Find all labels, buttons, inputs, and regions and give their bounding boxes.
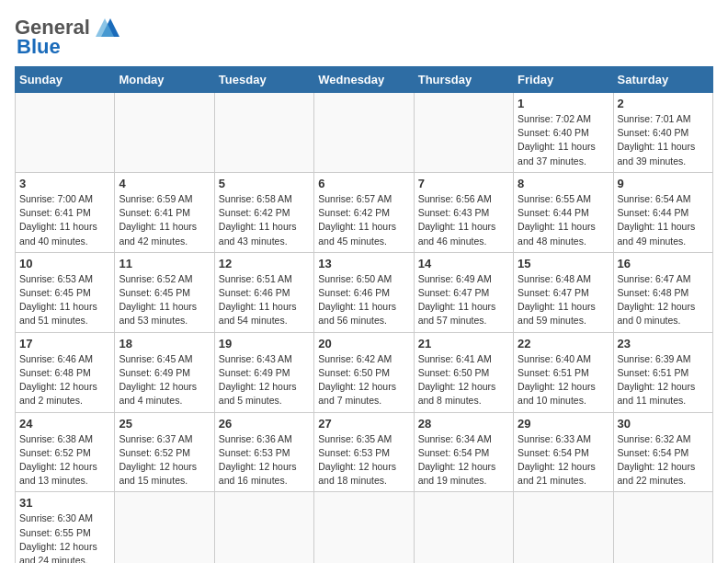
calendar-cell: 7Sunrise: 6:56 AM Sunset: 6:43 PM Daylig… — [414, 172, 513, 252]
day-number: 26 — [219, 417, 310, 431]
calendar-cell: 15Sunrise: 6:48 AM Sunset: 6:47 PM Dayli… — [514, 252, 613, 332]
day-number: 13 — [318, 257, 409, 270]
day-number: 8 — [518, 177, 609, 190]
day-number: 10 — [19, 257, 110, 270]
day-info: Sunrise: 6:35 AM Sunset: 6:53 PM Dayligh… — [318, 432, 409, 488]
calendar-cell: 27Sunrise: 6:35 AM Sunset: 6:53 PM Dayli… — [314, 412, 414, 492]
day-info: Sunrise: 6:43 AM Sunset: 6:49 PM Dayligh… — [219, 352, 310, 408]
day-number: 2 — [618, 97, 709, 110]
week-row-4: 24Sunrise: 6:38 AM Sunset: 6:52 PM Dayli… — [16, 412, 713, 492]
day-number: 1 — [518, 97, 609, 110]
day-info: Sunrise: 6:54 AM Sunset: 6:44 PM Dayligh… — [618, 192, 709, 248]
day-info: Sunrise: 6:37 AM Sunset: 6:52 PM Dayligh… — [119, 432, 210, 488]
day-info: Sunrise: 6:34 AM Sunset: 6:54 PM Dayligh… — [418, 432, 509, 488]
day-number: 5 — [219, 177, 310, 190]
day-number: 11 — [119, 257, 210, 270]
calendar-cell: 13Sunrise: 6:50 AM Sunset: 6:46 PM Dayli… — [314, 252, 414, 332]
weekday-wednesday: Wednesday — [314, 67, 414, 93]
day-info: Sunrise: 6:40 AM Sunset: 6:51 PM Dayligh… — [518, 352, 609, 408]
calendar-cell: 17Sunrise: 6:46 AM Sunset: 6:48 PM Dayli… — [16, 332, 115, 412]
day-info: Sunrise: 7:00 AM Sunset: 6:41 PM Dayligh… — [19, 192, 110, 248]
calendar-cell: 26Sunrise: 6:36 AM Sunset: 6:53 PM Dayli… — [214, 412, 313, 492]
day-number: 12 — [219, 257, 310, 270]
calendar-cell — [16, 93, 115, 173]
weekday-header-row: SundayMondayTuesdayWednesdayThursdayFrid… — [16, 67, 713, 93]
calendar-cell: 12Sunrise: 6:51 AM Sunset: 6:46 PM Dayli… — [214, 252, 313, 332]
day-number: 24 — [19, 417, 110, 431]
calendar-cell: 4Sunrise: 6:59 AM Sunset: 6:41 PM Daylig… — [115, 172, 214, 252]
calendar-cell: 11Sunrise: 6:52 AM Sunset: 6:45 PM Dayli… — [115, 252, 214, 332]
day-number: 14 — [418, 257, 509, 270]
day-number: 31 — [19, 496, 110, 510]
calendar-cell: 3Sunrise: 7:00 AM Sunset: 6:41 PM Daylig… — [16, 172, 115, 252]
day-info: Sunrise: 6:36 AM Sunset: 6:53 PM Dayligh… — [219, 432, 310, 488]
day-number: 3 — [19, 177, 110, 190]
calendar-cell: 16Sunrise: 6:47 AM Sunset: 6:48 PM Dayli… — [613, 252, 712, 332]
day-info: Sunrise: 6:52 AM Sunset: 6:45 PM Dayligh… — [119, 272, 210, 328]
calendar-cell: 29Sunrise: 6:33 AM Sunset: 6:54 PM Dayli… — [514, 412, 613, 492]
day-info: Sunrise: 6:51 AM Sunset: 6:46 PM Dayligh… — [219, 272, 310, 328]
day-number: 17 — [19, 337, 110, 350]
calendar-cell: 5Sunrise: 6:58 AM Sunset: 6:42 PM Daylig… — [214, 172, 313, 252]
day-info: Sunrise: 6:59 AM Sunset: 6:41 PM Dayligh… — [119, 192, 210, 248]
week-row-0: 1Sunrise: 7:02 AM Sunset: 6:40 PM Daylig… — [16, 93, 713, 173]
logo-icon — [92, 15, 121, 40]
week-row-1: 3Sunrise: 7:00 AM Sunset: 6:41 PM Daylig… — [16, 172, 713, 252]
day-info: Sunrise: 6:39 AM Sunset: 6:51 PM Dayligh… — [618, 352, 709, 408]
day-number: 27 — [318, 417, 409, 431]
logo-blue-text: Blue — [17, 35, 61, 59]
week-row-3: 17Sunrise: 6:46 AM Sunset: 6:48 PM Dayli… — [16, 332, 713, 412]
calendar-cell: 18Sunrise: 6:45 AM Sunset: 6:49 PM Dayli… — [115, 332, 214, 412]
day-info: Sunrise: 7:01 AM Sunset: 6:40 PM Dayligh… — [618, 112, 709, 168]
day-number: 15 — [518, 257, 609, 270]
calendar-cell: 23Sunrise: 6:39 AM Sunset: 6:51 PM Dayli… — [613, 332, 712, 412]
calendar-body: 1Sunrise: 7:02 AM Sunset: 6:40 PM Daylig… — [16, 93, 713, 564]
day-number: 22 — [518, 337, 609, 350]
calendar-cell: 19Sunrise: 6:43 AM Sunset: 6:49 PM Dayli… — [214, 332, 313, 412]
calendar-cell: 30Sunrise: 6:32 AM Sunset: 6:54 PM Dayli… — [613, 412, 712, 492]
calendar-cell: 28Sunrise: 6:34 AM Sunset: 6:54 PM Dayli… — [414, 412, 513, 492]
day-info: Sunrise: 6:33 AM Sunset: 6:54 PM Dayligh… — [518, 432, 609, 488]
calendar-cell: 9Sunrise: 6:54 AM Sunset: 6:44 PM Daylig… — [613, 172, 712, 252]
calendar-cell — [214, 492, 313, 563]
calendar-cell: 24Sunrise: 6:38 AM Sunset: 6:52 PM Dayli… — [16, 412, 115, 492]
calendar-cell: 25Sunrise: 6:37 AM Sunset: 6:52 PM Dayli… — [115, 412, 214, 492]
day-number: 7 — [418, 177, 509, 190]
day-number: 28 — [418, 417, 509, 431]
day-number: 9 — [618, 177, 709, 190]
day-number: 23 — [618, 337, 709, 350]
day-number: 6 — [318, 177, 409, 190]
day-info: Sunrise: 6:38 AM Sunset: 6:52 PM Dayligh… — [19, 432, 110, 488]
calendar-cell — [414, 492, 513, 563]
day-info: Sunrise: 6:46 AM Sunset: 6:48 PM Dayligh… — [19, 352, 110, 408]
calendar-cell: 22Sunrise: 6:40 AM Sunset: 6:51 PM Dayli… — [514, 332, 613, 412]
day-info: Sunrise: 6:57 AM Sunset: 6:42 PM Dayligh… — [318, 192, 409, 248]
day-number: 16 — [618, 257, 709, 270]
day-info: Sunrise: 6:53 AM Sunset: 6:45 PM Dayligh… — [19, 272, 110, 328]
day-number: 29 — [518, 417, 609, 431]
day-number: 21 — [418, 337, 509, 350]
calendar-cell — [613, 492, 712, 563]
calendar-cell — [115, 93, 214, 173]
day-info: Sunrise: 6:58 AM Sunset: 6:42 PM Dayligh… — [219, 192, 310, 248]
day-number: 30 — [618, 417, 709, 431]
logo: General Blue — [15, 15, 121, 59]
day-info: Sunrise: 6:55 AM Sunset: 6:44 PM Dayligh… — [518, 192, 609, 248]
day-number: 4 — [119, 177, 210, 190]
calendar-cell: 20Sunrise: 6:42 AM Sunset: 6:50 PM Dayli… — [314, 332, 414, 412]
calendar-cell — [115, 492, 214, 563]
calendar-cell — [314, 492, 414, 563]
calendar-cell — [314, 93, 414, 173]
day-info: Sunrise: 6:50 AM Sunset: 6:46 PM Dayligh… — [318, 272, 409, 328]
calendar-cell: 31Sunrise: 6:30 AM Sunset: 6:55 PM Dayli… — [16, 492, 115, 563]
week-row-2: 10Sunrise: 6:53 AM Sunset: 6:45 PM Dayli… — [16, 252, 713, 332]
day-number: 25 — [119, 417, 210, 431]
weekday-monday: Monday — [115, 67, 214, 93]
header: General Blue — [15, 15, 713, 59]
day-info: Sunrise: 6:41 AM Sunset: 6:50 PM Dayligh… — [418, 352, 509, 408]
day-info: Sunrise: 6:47 AM Sunset: 6:48 PM Dayligh… — [618, 272, 709, 328]
weekday-thursday: Thursday — [414, 67, 513, 93]
calendar-cell: 6Sunrise: 6:57 AM Sunset: 6:42 PM Daylig… — [314, 172, 414, 252]
calendar-cell — [414, 93, 513, 173]
calendar-cell: 2Sunrise: 7:01 AM Sunset: 6:40 PM Daylig… — [613, 93, 712, 173]
